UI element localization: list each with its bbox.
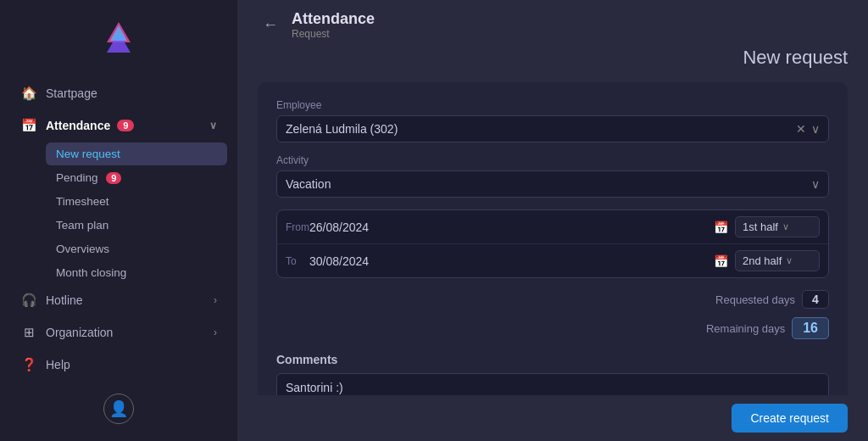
from-half-value: 1st half xyxy=(743,220,778,233)
requested-days-label: Requested days xyxy=(715,293,795,306)
activity-label: Activity xyxy=(276,154,829,166)
from-label: From xyxy=(286,221,303,233)
select-icons-activity: ∨ xyxy=(811,177,820,191)
main-content: ← Attendance Request New request Employe… xyxy=(237,0,868,441)
sidebar: 🏠 Startpage 📅 Attendance 9 ∨ New request… xyxy=(0,0,237,441)
help-icon: ❓ xyxy=(20,356,37,373)
chevron-down-icon: ∨ xyxy=(786,255,793,266)
page-subtitle: Request xyxy=(292,28,375,40)
sidebar-nav: 🏠 Startpage 📅 Attendance 9 ∨ New request… xyxy=(0,78,237,385)
sidebar-item-label: Hotline xyxy=(46,293,83,307)
sidebar-item-label: Startpage xyxy=(46,87,97,100)
to-half-value: 2nd half xyxy=(743,254,782,267)
sidebar-item-label: Organization xyxy=(46,326,113,339)
attendance-subnav: New request Pending 9 Timesheet Team pla… xyxy=(10,142,227,284)
sidebar-item-month-closing[interactable]: Month closing xyxy=(46,261,227,284)
to-row: To 30/08/2024 📅 2nd half ∨ xyxy=(277,243,828,277)
sidebar-item-label: Help xyxy=(46,358,70,371)
remaining-days-value: 16 xyxy=(792,317,829,339)
requested-days-value: 4 xyxy=(802,290,829,309)
attendance-badge: 9 xyxy=(117,120,134,131)
sidebar-item-attendance[interactable]: 📅 Attendance 9 ∨ xyxy=(10,110,227,141)
sidebar-item-timesheet[interactable]: Timesheet xyxy=(46,190,227,213)
sidebar-item-help[interactable]: ❓ Help xyxy=(10,349,227,380)
select-icons: ✕ ∨ xyxy=(796,122,820,136)
to-half-select[interactable]: 2nd half ∨ xyxy=(735,250,820,271)
chevron-down-icon: ∨ xyxy=(782,221,789,232)
dropdown-icon[interactable]: ∨ xyxy=(811,122,820,136)
requested-days-row: Requested days 4 xyxy=(276,290,829,309)
sidebar-item-label: Attendance xyxy=(46,119,110,132)
create-request-button[interactable]: Create request xyxy=(732,404,848,433)
page-header: ← Attendance Request xyxy=(237,0,868,47)
sidebar-bottom: 👤 xyxy=(95,385,142,433)
calendar-icon: 📅 xyxy=(20,117,37,134)
pending-badge: 9 xyxy=(106,172,121,184)
sidebar-item-overviews[interactable]: Overviews xyxy=(46,237,227,260)
chevron-right-icon: › xyxy=(214,327,217,338)
sidebar-item-organization[interactable]: ⊞ Organization › xyxy=(10,317,227,348)
comments-label: Comments xyxy=(276,353,829,366)
sidebar-item-startpage[interactable]: 🏠 Startpage xyxy=(10,78,227,109)
user-avatar[interactable]: 👤 xyxy=(103,394,134,424)
form-title: New request xyxy=(258,47,848,69)
calendar-from-icon[interactable]: 📅 xyxy=(714,220,728,234)
home-icon: 🏠 xyxy=(20,85,37,102)
form-card: Employee Zelená Ludmila (302) ✕ ∨ Activi… xyxy=(258,82,848,395)
dropdown-icon[interactable]: ∨ xyxy=(811,177,820,191)
to-date[interactable]: 30/08/2024 xyxy=(309,254,707,268)
chevron-down-icon: ∨ xyxy=(209,120,217,131)
employee-select[interactable]: Zelená Ludmila (302) ✕ ∨ xyxy=(276,115,829,142)
sidebar-item-pending[interactable]: Pending 9 xyxy=(46,166,227,189)
sidebar-item-new-request[interactable]: New request xyxy=(46,142,227,165)
form-area: New request Employee Zelená Ludmila (302… xyxy=(237,47,868,395)
to-label: To xyxy=(286,255,303,267)
user-icon: 👤 xyxy=(109,399,128,418)
headset-icon: 🎧 xyxy=(20,292,37,309)
back-button[interactable]: ← xyxy=(258,14,283,36)
remaining-days-label: Remaining days xyxy=(706,322,785,335)
date-field-group: From 26/08/2024 📅 1st half ∨ To 30/08/20… xyxy=(276,209,829,278)
activity-field-group: Activity Vacation ∨ xyxy=(276,154,829,198)
remaining-days-row: Remaining days 16 xyxy=(276,317,829,339)
comments-section: Comments Attachments Choose files xyxy=(276,353,829,395)
sidebar-item-team-plan[interactable]: Team plan xyxy=(46,214,227,237)
employee-value: Zelená Ludmila (302) xyxy=(286,122,796,136)
date-wrapper: From 26/08/2024 📅 1st half ∨ To 30/08/20… xyxy=(276,209,829,278)
from-half-select[interactable]: 1st half ∨ xyxy=(735,216,820,237)
sidebar-item-hotline[interactable]: 🎧 Hotline › xyxy=(10,285,227,315)
employee-label: Employee xyxy=(276,99,829,111)
employee-field-group: Employee Zelená Ludmila (302) ✕ ∨ xyxy=(276,99,829,142)
calendar-to-icon[interactable]: 📅 xyxy=(714,254,728,268)
app-logo xyxy=(98,17,139,58)
activity-value: Vacation xyxy=(286,177,811,191)
chevron-right-icon: › xyxy=(214,294,217,306)
form-footer: Create request xyxy=(237,395,868,441)
activity-select[interactable]: Vacation ∨ xyxy=(276,170,829,198)
clear-icon[interactable]: ✕ xyxy=(796,122,806,136)
from-date[interactable]: 26/08/2024 xyxy=(309,220,707,234)
from-row: From 26/08/2024 📅 1st half ∨ xyxy=(277,210,828,243)
comments-input[interactable] xyxy=(276,373,829,395)
page-title: Attendance xyxy=(292,10,375,28)
header-text: Attendance Request xyxy=(292,10,375,40)
grid-icon: ⊞ xyxy=(20,324,37,341)
